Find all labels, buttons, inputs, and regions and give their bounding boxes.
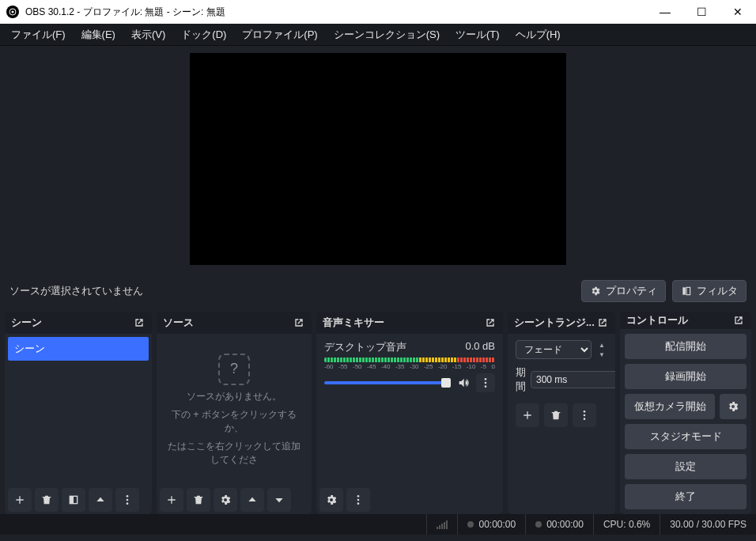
window-minimize-button[interactable]: ― <box>647 0 683 24</box>
svg-point-7 <box>127 499 129 501</box>
source-toolbar: ソースが選択されていません プロパティ フィルタ <box>3 275 753 307</box>
svg-point-16 <box>584 414 586 417</box>
add-source-button[interactable] <box>160 488 183 512</box>
transition-down-button[interactable]: ▼ <box>596 350 607 359</box>
svg-point-11 <box>485 385 487 388</box>
popout-icon[interactable] <box>293 316 305 329</box>
remove-transition-button[interactable] <box>544 403 568 427</box>
properties-button[interactable]: プロパティ <box>581 280 666 302</box>
no-source-label: ソースが選択されていません <box>9 284 143 298</box>
preview-area[interactable] <box>0 46 756 272</box>
transition-select[interactable]: フェード <box>516 340 592 359</box>
menu-view[interactable]: 表示(V) <box>123 25 173 45</box>
sources-toolbar <box>157 486 312 514</box>
svg-point-14 <box>357 502 360 505</box>
start-recording-button[interactable]: 録画開始 <box>625 364 747 389</box>
menu-scene-collection[interactable]: シーンコレクション(S) <box>326 25 448 45</box>
svg-point-9 <box>485 378 487 380</box>
duration-label: 期間 <box>516 365 526 394</box>
stream-dot-icon <box>535 521 542 528</box>
menu-dock[interactable]: ドック(D) <box>173 25 234 45</box>
audio-mixer-dock: 音声ミキサー デスクトップ音声0.0 dB -60-55-50-45-40-35… <box>316 312 503 514</box>
status-bar: 00:00:00 00:00:00 CPU: 0.6% 30.00 / 30.0… <box>0 514 756 535</box>
audio-meter <box>324 358 495 362</box>
scene-filters-button[interactable] <box>62 488 85 512</box>
mixer-dock-header[interactable]: 音声ミキサー <box>316 312 503 334</box>
svg-rect-3 <box>686 287 690 294</box>
move-scene-up-button[interactable] <box>89 488 112 512</box>
speaker-icon[interactable] <box>457 376 470 389</box>
mixer-track-level: 0.0 dB <box>465 340 495 354</box>
svg-point-8 <box>127 502 129 505</box>
svg-rect-5 <box>70 496 74 503</box>
popout-icon[interactable] <box>133 316 146 329</box>
cpu-status[interactable]: CPU: 0.6% <box>593 514 660 535</box>
svg-rect-2 <box>682 287 686 294</box>
start-virtualcam-button[interactable]: 仮想カメラ開始 <box>625 394 715 419</box>
mixer-more-button[interactable] <box>346 488 370 512</box>
svg-point-17 <box>584 418 586 420</box>
mixer-toolbar <box>316 486 503 514</box>
start-streaming-button[interactable]: 配信開始 <box>625 334 747 359</box>
virtualcam-settings-button[interactable] <box>720 394 747 419</box>
exit-button[interactable]: 終了 <box>625 484 747 509</box>
add-transition-button[interactable] <box>516 403 539 427</box>
menu-tools[interactable]: ツール(T) <box>448 25 508 45</box>
network-status[interactable] <box>426 514 457 535</box>
window-maximize-button[interactable]: ☐ <box>683 0 720 24</box>
window-title: OBS 30.1.2 - プロファイル: 無題 - シーン: 無題 <box>25 6 225 19</box>
studio-mode-button[interactable]: スタジオモード <box>625 424 747 449</box>
sources-empty-state[interactable]: ? ソースがありません。 下の + ボタンをクリックするか、 たはここを右クリッ… <box>160 337 308 482</box>
controls-dock: コントロール 配信開始 録画開始 仮想カメラ開始 スタジオモード 設定 終了 <box>620 312 751 514</box>
meter-ticks: -60-55-50-45-40-35-30-25-20-15-10-50 <box>324 363 495 370</box>
svg-point-1 <box>12 11 14 13</box>
streaming-status[interactable]: 00:00:00 <box>525 514 593 535</box>
mixer-settings-button[interactable] <box>319 488 343 512</box>
move-source-down-button[interactable] <box>267 488 291 512</box>
mixer-track-more-button[interactable] <box>476 373 495 392</box>
source-properties-button[interactable] <box>214 488 237 512</box>
popout-icon[interactable] <box>596 316 609 329</box>
preview-canvas[interactable] <box>190 53 566 265</box>
svg-point-12 <box>357 495 360 497</box>
menu-file[interactable]: ファイル(F) <box>3 25 74 45</box>
menu-help[interactable]: ヘルプ(H) <box>508 25 569 45</box>
add-scene-button[interactable] <box>8 488 32 512</box>
transitions-dock-header[interactable]: シーントランジ... <box>508 312 615 334</box>
fps-status[interactable]: 30.00 / 30.00 FPS <box>660 514 756 535</box>
window-titlebar: OBS 30.1.2 - プロファイル: 無題 - シーン: 無題 ― ☐ ✕ <box>0 0 756 24</box>
remove-scene-button[interactable] <box>35 488 59 512</box>
sources-dock-header[interactable]: ソース <box>157 312 312 334</box>
window-close-button[interactable]: ✕ <box>720 0 756 24</box>
recording-status[interactable]: 00:00:00 <box>457 514 525 535</box>
popout-icon[interactable] <box>732 314 745 327</box>
volume-slider[interactable] <box>324 381 451 384</box>
scenes-dock: シーン シーン <box>5 312 152 514</box>
scene-more-button[interactable] <box>115 488 139 512</box>
svg-point-6 <box>127 495 129 497</box>
mixer-track-name: デスクトップ音声 <box>324 340 406 354</box>
settings-button[interactable]: 設定 <box>625 454 747 479</box>
svg-point-15 <box>584 410 586 413</box>
remove-source-button[interactable] <box>187 488 210 512</box>
svg-point-10 <box>485 382 487 384</box>
svg-point-13 <box>357 499 360 501</box>
menu-edit[interactable]: 編集(E) <box>74 25 123 45</box>
transition-more-button[interactable] <box>573 403 596 427</box>
controls-dock-header[interactable]: コントロール <box>620 312 751 329</box>
transition-up-button[interactable]: ▲ <box>596 340 607 350</box>
scene-list-item[interactable]: シーン <box>8 337 149 361</box>
signal-icon <box>437 520 448 529</box>
duration-input[interactable] <box>531 371 615 388</box>
filters-button[interactable]: フィルタ <box>672 280 747 302</box>
menu-bar: ファイル(F) 編集(E) 表示(V) ドック(D) プロファイル(P) シーン… <box>0 24 756 46</box>
mixer-track: デスクトップ音声0.0 dB -60-55-50-45-40-35-30-25-… <box>319 337 500 395</box>
record-dot-icon <box>467 521 474 528</box>
menu-profile[interactable]: プロファイル(P) <box>234 25 325 45</box>
sources-dock: ソース ? ソースがありません。 下の + ボタンをクリックするか、 たはここを… <box>157 312 312 514</box>
scenes-toolbar <box>5 486 152 514</box>
popout-icon[interactable] <box>484 316 497 329</box>
obs-logo-icon <box>6 6 19 18</box>
scenes-dock-header[interactable]: シーン <box>5 312 152 334</box>
move-source-up-button[interactable] <box>240 488 264 512</box>
